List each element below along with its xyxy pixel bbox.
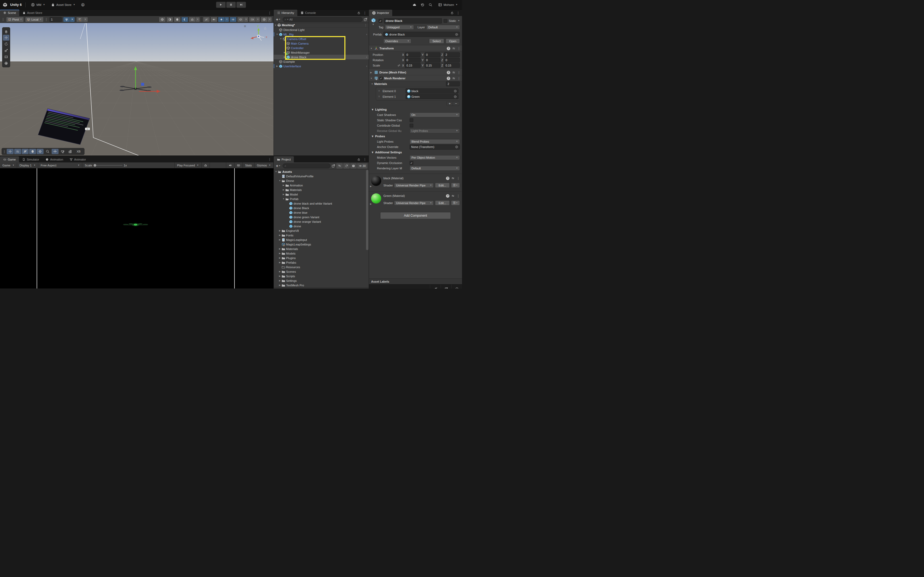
snap-increment-input[interactable] bbox=[50, 17, 62, 22]
grid-visibility-toggle[interactable]: Y bbox=[63, 17, 70, 22]
overrides-dropdown[interactable]: Overrides▼ bbox=[383, 39, 411, 44]
tab-game[interactable]: Game bbox=[0, 156, 19, 163]
user-menu[interactable]: Mohsen ▼ bbox=[436, 2, 459, 8]
scene-camera-button[interactable] bbox=[249, 17, 256, 22]
material-object-field[interactable]: black bbox=[405, 89, 459, 93]
kebab-menu-icon[interactable]: ⋮ bbox=[363, 11, 367, 15]
2d-mode-button[interactable]: 2D bbox=[203, 17, 210, 22]
open-new-window-icon[interactable] bbox=[331, 164, 335, 168]
play-button[interactable] bbox=[216, 2, 226, 8]
scene-viewport[interactable]: X▾ ≡ yx ║XB bbox=[0, 23, 273, 155]
prefab-open-chevron[interactable]: › bbox=[366, 64, 368, 68]
remove-material-button[interactable]: − bbox=[453, 101, 459, 106]
transform-component-header[interactable]: ▼ Transform ? ⋮ bbox=[369, 45, 462, 51]
property-dropdown[interactable]: Default▼ bbox=[410, 166, 460, 171]
shading-wireframe-button[interactable] bbox=[159, 17, 166, 22]
foldout-arrow[interactable]: ▶ bbox=[278, 279, 281, 282]
scene-camera-button-dropdown[interactable]: ▼ bbox=[256, 17, 260, 22]
foldout-arrow[interactable]: ▶ bbox=[282, 193, 285, 195]
prefab-object-field[interactable]: drone Black bbox=[383, 32, 460, 37]
property-dropdown[interactable]: On▼ bbox=[410, 113, 460, 117]
overlay-move-button[interactable] bbox=[7, 149, 14, 154]
import-status-button[interactable] bbox=[451, 285, 462, 288]
account-menu[interactable]: MM ▼ bbox=[29, 2, 47, 8]
grid-visibility-dropdown[interactable]: ▼ bbox=[70, 17, 75, 22]
transform-position-x-input[interactable] bbox=[405, 52, 420, 57]
tab-project[interactable]: Project bbox=[274, 156, 294, 163]
foldout-arrow[interactable]: ▼ bbox=[279, 38, 283, 40]
object-picker-icon[interactable] bbox=[455, 33, 458, 36]
overlay-xb-button[interactable]: XB bbox=[74, 149, 83, 154]
move-tool-button[interactable] bbox=[3, 35, 10, 40]
tab-scene[interactable]: Scene bbox=[0, 10, 19, 16]
cloud-icon[interactable] bbox=[412, 3, 416, 7]
project-item-drone[interactable]: ▼Drone bbox=[274, 179, 369, 183]
shading-unlit-button[interactable] bbox=[174, 17, 181, 22]
add-component-button[interactable]: Add Component bbox=[380, 212, 451, 219]
foldout-arrow[interactable]: ▼ bbox=[282, 198, 285, 200]
foldout-arrow[interactable]: ▶ bbox=[282, 184, 285, 187]
pivot-dropdown[interactable]: Pivot▼ bbox=[6, 17, 24, 22]
kebab-menu-icon[interactable]: ⋮ bbox=[456, 176, 460, 180]
project-item-drone[interactable]: drone bbox=[274, 224, 369, 228]
project-item-enginev8[interactable]: ▶EngineV8 bbox=[274, 228, 369, 233]
object-picker-icon[interactable] bbox=[454, 95, 457, 98]
debug-draw-mode-button-dropdown[interactable]: ▼ bbox=[196, 17, 200, 22]
presets-icon[interactable] bbox=[452, 47, 455, 50]
foldout-arrow[interactable]: ▼ bbox=[274, 171, 278, 173]
search-icon[interactable] bbox=[428, 3, 432, 7]
prefab-open-chevron[interactable]: › bbox=[366, 33, 368, 36]
help-icon[interactable]: ? bbox=[447, 77, 450, 80]
project-item-assets[interactable]: ▼Assets bbox=[274, 169, 369, 174]
drag-handle-icon[interactable]: = bbox=[377, 89, 381, 92]
project-item-materials[interactable]: ▶Materials bbox=[274, 187, 369, 192]
kebab-menu-icon[interactable]: ⋮ bbox=[457, 47, 460, 50]
tab-hierarchy[interactable]: Hierarchy bbox=[274, 10, 297, 16]
tab-console[interactable]: Console bbox=[297, 10, 319, 16]
project-item-models[interactable]: ▶Models bbox=[274, 251, 369, 256]
shader-dropdown[interactable]: Universal Render Pipe▼ bbox=[394, 183, 434, 188]
layer-dropdown[interactable]: Default▼ bbox=[426, 25, 460, 30]
project-search-input[interactable] bbox=[287, 164, 328, 168]
foldout-arrow[interactable]: ▼ bbox=[278, 179, 281, 182]
debugger-status-button[interactable] bbox=[430, 285, 441, 288]
foldout-arrow[interactable]: ▶ bbox=[370, 185, 372, 187]
overlay-camera-button[interactable] bbox=[59, 149, 66, 154]
transform-scale-y-input[interactable] bbox=[425, 63, 440, 68]
presets-icon[interactable] bbox=[452, 77, 455, 80]
layers-button-dropdown[interactable]: ▼ bbox=[244, 17, 249, 22]
drag-handle[interactable]: ║ bbox=[45, 18, 48, 21]
filter-by-label-button[interactable] bbox=[343, 163, 350, 169]
prefab-open-chevron[interactable]: › bbox=[366, 56, 368, 58]
project-item-prefab[interactable]: ▼Prefab bbox=[274, 197, 369, 201]
scene-visibility-button[interactable] bbox=[229, 17, 237, 22]
drag-handle[interactable]: ║ bbox=[3, 150, 6, 153]
open-button[interactable]: Open bbox=[446, 39, 460, 44]
gizmos-dropdown[interactable]: Gizmos▼ bbox=[255, 163, 273, 168]
project-item-plugins[interactable]: ▶Plugins bbox=[274, 256, 369, 260]
transform-rotation-y-input[interactable] bbox=[425, 58, 440, 63]
transform-scale-x-input[interactable] bbox=[405, 63, 420, 68]
lock-icon[interactable] bbox=[357, 11, 360, 15]
transform-position-y-input[interactable] bbox=[425, 52, 440, 57]
project-item-animation[interactable]: ▶Animation bbox=[274, 183, 369, 187]
shader-dropdown[interactable]: Universal Render Pipe▼ bbox=[394, 201, 434, 205]
project-item-scenes[interactable]: ▶Scenes bbox=[274, 269, 369, 274]
step-button[interactable] bbox=[236, 2, 246, 8]
game-display-mode-dropdown[interactable]: Game▼ bbox=[0, 163, 17, 168]
tab-simulator[interactable]: Simulator bbox=[19, 156, 42, 163]
gizmos-button[interactable] bbox=[261, 17, 268, 22]
kebab-menu-icon[interactable]: ⋮ bbox=[363, 157, 367, 161]
scale-tool-button[interactable] bbox=[3, 48, 10, 53]
hierarchy-item-meshmanager[interactable]: ▶+MeshManager bbox=[274, 50, 369, 55]
history-icon[interactable] bbox=[420, 3, 424, 7]
kebab-menu-icon[interactable]: ⋮ bbox=[268, 157, 271, 161]
layers-button[interactable] bbox=[237, 17, 244, 22]
hierarchy-item-directional-light[interactable]: Directional Light bbox=[274, 27, 369, 32]
hierarchy-item-drone-black[interactable]: ▶+drone Black› bbox=[274, 55, 369, 59]
asset-labels-bar[interactable]: Asset Labels bbox=[369, 278, 462, 284]
help-icon[interactable]: ? bbox=[446, 177, 449, 180]
property-object-field[interactable]: None (Transform) bbox=[410, 145, 460, 150]
project-item-drone-black-and-white-variant[interactable]: drone black and white Variant bbox=[274, 201, 369, 206]
kebab-menu-icon[interactable]: ⋮ bbox=[456, 194, 460, 198]
